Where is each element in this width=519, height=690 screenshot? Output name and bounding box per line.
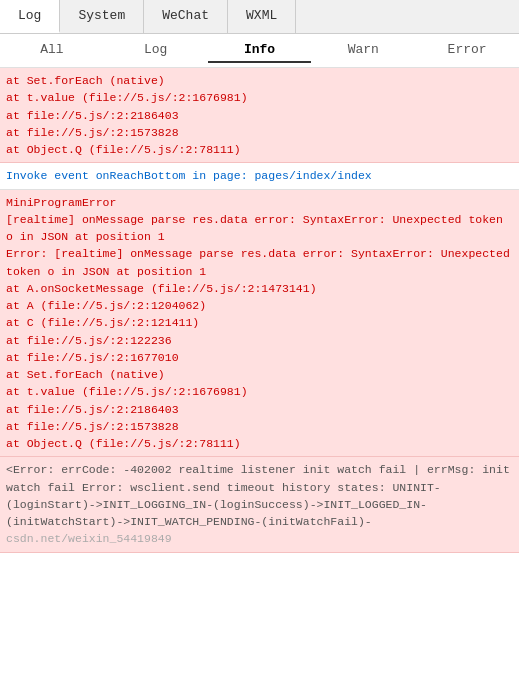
log-line: at A.onSocketMessage (file://5.js/:2:147…: [6, 280, 513, 297]
log-line: at t.value (file://5.js/:2:1676981): [6, 89, 513, 106]
log-line: at file://5.js/:2:1677010: [6, 349, 513, 366]
log-line: at Set.forEach (native): [6, 72, 513, 89]
log-line: at t.value (file://5.js/:2:1676981): [6, 383, 513, 400]
log-line: Error: [realtime] onMessage parse res.da…: [6, 245, 513, 280]
log-content[interactable]: at Set.forEach (native) at t.value (file…: [0, 68, 519, 678]
log-line: at file://5.js/:2:2186403: [6, 401, 513, 418]
log-line: <Error: errCode: -402002 realtime listen…: [6, 461, 513, 547]
filter-bar: All Log Info Warn Error: [0, 34, 519, 68]
app-container: Log System WeChat WXML All Log Info Warn…: [0, 0, 519, 678]
tab-wechat[interactable]: WeChat: [144, 0, 228, 33]
tab-system[interactable]: System: [60, 0, 144, 33]
log-line: at Object.Q (file://5.js/:2:78111): [6, 141, 513, 158]
log-line: at file://5.js/:2:2186403: [6, 107, 513, 124]
log-line: at Set.forEach (native): [6, 366, 513, 383]
filter-all[interactable]: All: [0, 38, 104, 63]
log-line: MiniProgramError: [6, 194, 513, 211]
filter-error[interactable]: Error: [415, 38, 519, 63]
log-line: Invoke event onReachBottom in page: page…: [6, 167, 513, 184]
log-line: at file://5.js/:2:1573828: [6, 124, 513, 141]
tab-wxml[interactable]: WXML: [228, 0, 296, 33]
log-line: at file://5.js/:2:122236: [6, 332, 513, 349]
log-line: at Object.Q (file://5.js/:2:78111): [6, 435, 513, 452]
log-block-4: <Error: errCode: -402002 realtime listen…: [0, 457, 519, 552]
log-block-1: at Set.forEach (native) at t.value (file…: [0, 68, 519, 163]
log-line: at C (file://5.js/:2:121411): [6, 314, 513, 331]
tab-bar: Log System WeChat WXML: [0, 0, 519, 34]
log-block-3: MiniProgramError [realtime] onMessage pa…: [0, 190, 519, 458]
filter-warn[interactable]: Warn: [311, 38, 415, 63]
filter-log[interactable]: Log: [104, 38, 208, 63]
tab-log[interactable]: Log: [0, 0, 60, 33]
filter-info[interactable]: Info: [208, 38, 312, 63]
log-line: at A (file://5.js/:2:1204062): [6, 297, 513, 314]
log-block-2: Invoke event onReachBottom in page: page…: [0, 163, 519, 189]
log-line: [realtime] onMessage parse res.data erro…: [6, 211, 513, 246]
log-line: at file://5.js/:2:1573828: [6, 418, 513, 435]
